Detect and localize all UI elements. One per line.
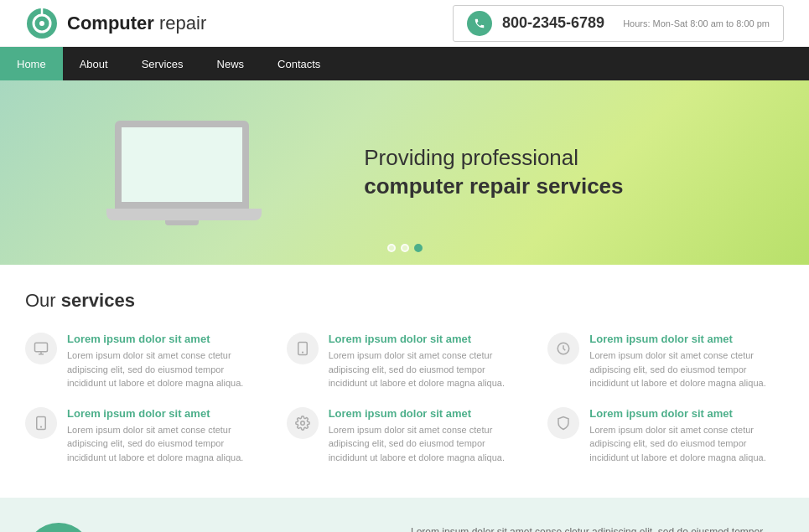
service-desc-3: Lorem ipsum dolor sit amet conse ctetur … (589, 349, 784, 390)
laptop-image (106, 121, 257, 225)
hero-text: Providing professional computer repair s… (364, 144, 809, 201)
main-nav: Home About Services News Contacts (0, 47, 809, 80)
service-content-1: Lorem ipsum dolor sit amet Lorem ipsum d… (67, 333, 262, 390)
hero-title-line2: computer repair services (364, 173, 759, 201)
service-desc-6: Lorem ipsum dolor sit amet conse ctetur … (589, 423, 784, 465)
service-icon-5 (287, 407, 319, 439)
service-title-2: Lorem ipsum dolor sit amet (329, 333, 523, 345)
nav-item-home[interactable]: Home (0, 47, 63, 80)
hero-dot-1[interactable] (387, 244, 396, 252)
svg-point-2 (39, 21, 44, 26)
service-content-5: Lorem ipsum dolor sit amet Lorem ipsum d… (329, 407, 523, 465)
service-title-5: Lorem ipsum dolor sit amet (329, 407, 523, 420)
svg-rect-4 (35, 343, 48, 352)
service-item-4: Lorem ipsum dolor sit amet Lorem ipsum d… (25, 407, 262, 465)
cta-body-text: Lorem ipsum dolor sit amet conse cletur … (411, 524, 784, 532)
service-title-6: Lorem ipsum dolor sit amet (589, 407, 784, 420)
site-header: Computer repair 800-2345-6789 Hours: Mon… (0, 0, 809, 47)
logo-text: Computer repair (67, 13, 206, 34)
hero-title: Providing professional computer repair s… (364, 144, 759, 201)
cta-icon-wrap (25, 523, 92, 532)
logo-area: Computer repair (25, 7, 206, 40)
phone-icon (467, 11, 492, 36)
service-icon-3 (547, 333, 579, 364)
phone-box: 800-2345-6789 Hours: Mon-Sat 8:00 am to … (453, 5, 784, 42)
hero-illustration (0, 121, 364, 225)
services-grid: Lorem ipsum dolor sit amet Lorem ipsum d… (25, 333, 784, 464)
nav-item-news[interactable]: News (200, 47, 262, 80)
nav-item-services[interactable]: Services (125, 47, 200, 80)
service-icon-1 (25, 333, 57, 364)
hero-dot-3[interactable] (414, 244, 423, 252)
service-content-4: Lorem ipsum dolor sit amet Lorem ipsum d… (67, 407, 262, 465)
service-title-1: Lorem ipsum dolor sit amet (67, 333, 262, 345)
hero-title-line1: Providing professional (364, 145, 578, 170)
service-item-1: Lorem ipsum dolor sit amet Lorem ipsum d… (25, 333, 262, 390)
hero-dot-2[interactable] (401, 244, 409, 252)
hero-carousel-dots (387, 244, 423, 252)
service-item-3: Lorem ipsum dolor sit amet Lorem ipsum d… (547, 333, 784, 390)
service-desc-1: Lorem ipsum dolor sit amet conse ctetur … (67, 349, 262, 390)
service-icon-4 (25, 407, 57, 439)
service-item-5: Lorem ipsum dolor sit amet Lorem ipsum d… (287, 407, 523, 465)
laptop-stand (165, 220, 199, 225)
laptop-base (106, 209, 262, 220)
nav-item-about[interactable]: About (63, 47, 125, 80)
service-icon-2 (287, 333, 319, 364)
nav-item-contacts[interactable]: Contacts (261, 47, 337, 80)
service-title-3: Lorem ipsum dolor sit amet (589, 333, 784, 345)
cta-body: Lorem ipsum dolor sit amet conse cletur … (411, 526, 780, 532)
service-icon-6 (547, 407, 579, 439)
service-content-2: Lorem ipsum dolor sit amet Lorem ipsum d… (329, 333, 523, 390)
service-content-3: Lorem ipsum dolor sit amet Lorem ipsum d… (589, 333, 784, 390)
services-section: Our services Lorem ipsum dolor sit amet … (0, 265, 809, 498)
hero-section: Providing professional computer repair s… (0, 80, 809, 265)
services-heading: Our services (25, 290, 784, 312)
services-title-light: Our (25, 290, 56, 311)
phone-number: 800-2345-6789 (502, 14, 604, 32)
logo-icon (25, 7, 59, 40)
cta-section: We'll diagnose and repair any problem Lo… (0, 498, 809, 532)
service-item-6: Lorem ipsum dolor sit amet Lorem ipsum d… (547, 407, 784, 465)
svg-point-12 (300, 421, 304, 425)
service-desc-4: Lorem ipsum dolor sit amet conse ctetur … (67, 423, 262, 465)
services-title-bold: services (61, 290, 135, 311)
laptop-screen (115, 121, 249, 209)
service-title-4: Lorem ipsum dolor sit amet (67, 407, 262, 420)
service-content-6: Lorem ipsum dolor sit amet Lorem ipsum d… (589, 407, 784, 465)
service-desc-2: Lorem ipsum dolor sit amet conse ctetur … (329, 349, 523, 390)
phone-hours: Hours: Mon-Sat 8:00 am to 8:00 pm (623, 18, 770, 28)
service-desc-5: Lorem ipsum dolor sit amet conse ctetur … (329, 423, 523, 465)
service-item-2: Lorem ipsum dolor sit amet Lorem ipsum d… (287, 333, 523, 390)
